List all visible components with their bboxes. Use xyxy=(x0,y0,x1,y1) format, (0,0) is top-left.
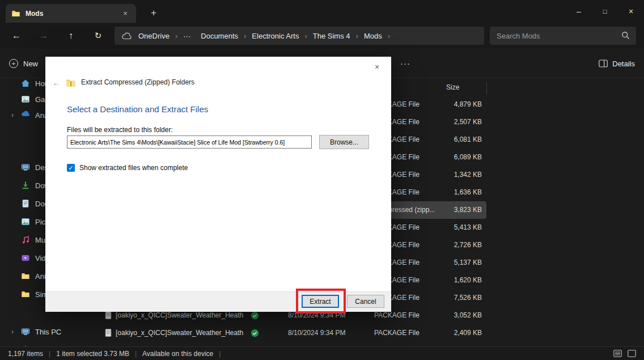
details-pane-button[interactable]: Details xyxy=(599,56,635,71)
file-size: 2,507 KB xyxy=(420,113,482,131)
file-row[interactable]: [oakiyo_x_QICC]Sweater_Weather_Heath... … xyxy=(51,324,486,342)
close-tab-icon[interactable]: × xyxy=(120,9,130,19)
expand-chevron-icon[interactable]: › xyxy=(9,111,16,119)
show-extracted-checkbox[interactable]: ✓ Show extracted files when complete xyxy=(67,164,188,172)
new-button[interactable]: + New xyxy=(9,56,38,71)
extract-dialog: × ← Extract Compressed (Zipped) Folders … xyxy=(45,57,391,312)
pictures-icon xyxy=(21,217,30,226)
minimize-button[interactable]: – xyxy=(566,0,592,23)
file-size: 7,526 KB xyxy=(420,289,482,307)
chevron-down-toggle[interactable]: › xyxy=(387,32,391,40)
breadcrumb: OneDrive › ··· Documents › Electronic Ar… xyxy=(115,27,484,45)
title-bar: Mods × + – □ × xyxy=(0,0,644,23)
cancel-button[interactable]: Cancel xyxy=(347,295,384,308)
folder-icon xyxy=(21,290,30,299)
folder-icon xyxy=(21,272,30,281)
availability-status: Available on this device xyxy=(142,350,213,358)
package-file-icon xyxy=(104,311,113,320)
file-size: 6,089 KB xyxy=(420,149,482,166)
downloads-icon xyxy=(21,181,30,190)
dialog-back-icon[interactable]: ← xyxy=(52,78,61,87)
file-size: 3,052 KB xyxy=(420,307,482,324)
up-button[interactable]: ↑ xyxy=(61,27,80,45)
file-size: 2,726 KB xyxy=(420,236,482,254)
chevron-right-icon: › xyxy=(304,32,307,40)
file-size: 1,636 KB xyxy=(420,184,482,201)
file-size: 5,137 KB xyxy=(420,254,482,272)
plus-icon: + xyxy=(9,59,18,68)
file-size: 1,342 KB xyxy=(420,166,482,184)
chevron-right-icon: › xyxy=(355,32,359,40)
desktop-icon xyxy=(21,163,30,172)
this-pc-icon xyxy=(21,327,30,336)
destination-label: Files will be extracted to this folder: xyxy=(67,126,173,134)
separator: | xyxy=(49,350,50,358)
breadcrumb-item-onedrive[interactable]: OneDrive xyxy=(133,27,175,45)
dialog-title: Extract Compressed (Zipped) Folders xyxy=(81,78,194,86)
file-size: 5,413 KB xyxy=(420,219,482,236)
videos-icon xyxy=(21,253,30,262)
onedrive-cloud-icon xyxy=(121,32,132,40)
dialog-heading: Select a Destination and Extract Files xyxy=(67,104,208,114)
onedrive-icon xyxy=(21,111,30,120)
annotation-highlight xyxy=(296,289,346,314)
view-toggles xyxy=(613,350,636,357)
see-more-button[interactable]: ··· xyxy=(397,54,414,71)
search-input[interactable] xyxy=(490,27,636,45)
file-size: 3,823 KB xyxy=(420,201,482,219)
file-size: 6,081 KB xyxy=(420,131,482,149)
breadcrumb-overflow-button[interactable]: ··· xyxy=(178,27,196,45)
back-button[interactable]: ← xyxy=(7,27,26,45)
separator: | xyxy=(219,350,221,358)
new-label: New xyxy=(23,60,38,68)
new-tab-button[interactable]: + xyxy=(146,6,161,20)
forward-button[interactable]: → xyxy=(34,27,53,45)
breadcrumb-item-the-sims-4[interactable]: The Sims 4 xyxy=(308,27,355,45)
maximize-button[interactable]: □ xyxy=(592,0,618,23)
refresh-button[interactable]: ↻ xyxy=(88,27,108,45)
checkbox-checked-icon[interactable]: ✓ xyxy=(67,164,75,172)
browse-button[interactable]: Browse... xyxy=(319,135,369,149)
gallery-icon xyxy=(21,95,30,104)
file-date-modified: 8/10/2024 9:34 PM xyxy=(288,324,345,342)
documents-icon xyxy=(21,199,30,208)
details-view-toggle-icon[interactable] xyxy=(613,350,622,357)
details-pane-icon xyxy=(599,60,608,67)
column-header-size[interactable]: Size xyxy=(446,83,459,91)
file-size: 1,620 KB xyxy=(420,272,482,289)
file-size: 4,879 KB xyxy=(420,96,482,113)
column-divider[interactable] xyxy=(486,82,487,95)
folder-icon xyxy=(11,9,20,18)
dialog-close-button[interactable]: × xyxy=(368,60,385,74)
checkbox-label: Show extracted files when complete xyxy=(79,164,188,172)
tab-mods[interactable]: Mods × xyxy=(6,4,136,23)
items-count: 1,197 items xyxy=(8,350,43,358)
icons-view-toggle-icon[interactable] xyxy=(628,350,636,357)
file-size: 2,409 KB xyxy=(420,324,482,342)
breadcrumb-item-documents[interactable]: Documents xyxy=(196,27,243,45)
search-box xyxy=(490,27,636,45)
selection-summary: 1 item selected 3.73 MB xyxy=(56,350,129,358)
tab-title: Mods xyxy=(26,10,43,18)
separator: | xyxy=(135,350,137,358)
breadcrumb-item-mods[interactable]: Mods xyxy=(359,27,387,45)
window-controls: – □ × xyxy=(566,0,644,23)
file-type: PACKAGE File xyxy=(374,324,420,342)
search-icon[interactable] xyxy=(621,31,630,40)
music-icon xyxy=(21,235,30,244)
home-icon xyxy=(21,79,30,88)
dialog-header: ← Extract Compressed (Zipped) Folders xyxy=(52,77,194,87)
expand-chevron-icon[interactable]: › xyxy=(9,328,16,336)
zipped-folder-icon xyxy=(66,78,76,87)
destination-path-input[interactable] xyxy=(67,135,312,149)
package-file-icon xyxy=(104,328,113,337)
sync-available-icon xyxy=(251,311,259,320)
details-label: Details xyxy=(612,60,635,68)
breadcrumb-item-electronic-arts[interactable]: Electronic Arts xyxy=(247,27,304,45)
file-name: [oakiyo_x_QICC]Sweater_Weather_Heath... xyxy=(116,324,244,342)
sync-available-icon xyxy=(251,329,259,337)
close-button[interactable]: × xyxy=(618,0,644,23)
status-bar: 1,197 items | 1 item selected 3.73 MB | … xyxy=(0,346,644,360)
